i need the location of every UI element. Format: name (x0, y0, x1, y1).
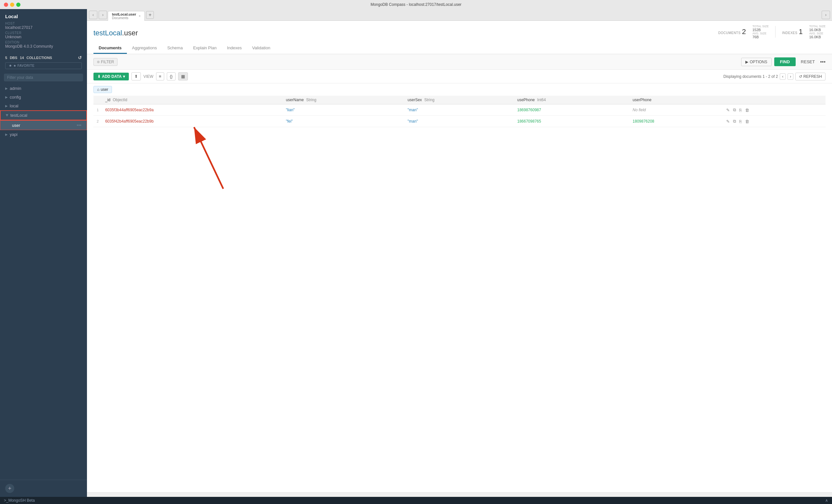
collection-name-label: user (124, 29, 138, 37)
table-row: 1 6035f3b44aff6905eac22b9a "lian" "man" … (94, 104, 826, 116)
row-2-usersex: "man" (404, 116, 514, 127)
new-tab-button[interactable]: + (146, 11, 154, 19)
favorite-star-icon: ★ (9, 63, 12, 68)
download-icon: ⬇ (97, 74, 101, 79)
sidebar-item-yapi[interactable]: ▶ yapi (0, 130, 87, 139)
close-button[interactable] (4, 3, 8, 7)
tab-indexes[interactable]: Indexes (222, 43, 247, 54)
row-num-header (94, 96, 102, 104)
tab-bar: ‹ › testLocal.user Documents × + › (87, 9, 832, 21)
indexes-sizes: TOTAL SIZE 16.0KB AVG. SIZE 16.0KB (809, 25, 826, 39)
add-data-label: ADD DATA (102, 74, 122, 79)
titlebar: MongoDB Compass - localhost:27017/testLo… (0, 0, 832, 9)
view-list-button[interactable]: ≡ (156, 72, 164, 80)
view-table-button[interactable]: ▦ (178, 72, 188, 80)
collection-options-icon[interactable]: ••• (77, 123, 81, 128)
tab-validation[interactable]: Validation (247, 43, 276, 54)
refresh-button[interactable]: ↺ REFRESH (795, 73, 826, 80)
table-header: _id ObjectId userName String userSex Str… (94, 96, 826, 104)
add-connection-button[interactable]: + (5, 484, 14, 493)
add-data-button[interactable]: ⬇ ADD DATA ▾ (94, 73, 129, 80)
view-json-button[interactable]: {} (167, 72, 176, 80)
copy-row-1-button[interactable]: ⧉ (732, 107, 737, 113)
row-1-usephone: 18698760987 (514, 104, 629, 116)
tab-aggregations[interactable]: Aggregations (127, 43, 162, 54)
filter-dot-icon (97, 61, 100, 63)
sidebar-item-local[interactable]: ▶ local (0, 102, 87, 110)
filter-badge: FILTER (94, 58, 118, 66)
row-2-actions: ✎ ⧉ ⎘ 🗑 (722, 116, 826, 127)
sidebar-item-config[interactable]: ▶ config (0, 93, 87, 102)
edition-value: MongoDB 4.0.3 Community (5, 44, 82, 49)
active-tab[interactable]: testLocal.user Documents × (108, 11, 145, 21)
document-table: ⌂ user _id ObjectId (87, 83, 832, 492)
nav-forward-button[interactable]: › (822, 11, 830, 19)
sidebar-item-label: admin (10, 86, 21, 91)
refresh-icon[interactable]: ↺ (78, 55, 82, 60)
sidebar-item-testlocal[interactable]: ▶ testLocal (0, 110, 87, 120)
row-1-userphone: No field (629, 104, 722, 116)
minimize-button[interactable] (10, 3, 14, 7)
dropdown-arrow-icon: ▾ (123, 74, 125, 79)
row-1-id: 6035f3b44aff6905eac22b9a (102, 104, 283, 116)
clone-row-2-button[interactable]: ⎘ (738, 118, 743, 125)
indexes-stat: INDEXES 1 (782, 28, 803, 36)
arrow-annotation (94, 127, 826, 205)
delete-row-1-button[interactable]: 🗑 (744, 107, 750, 113)
userphone-column-header: userPhone (629, 96, 722, 104)
document-table-wrapper: ⌂ user _id ObjectId (87, 83, 832, 497)
copy-row-2-button[interactable]: ⧉ (732, 118, 737, 125)
data-table: _id ObjectId userName String userSex Str… (94, 96, 826, 127)
edit-row-1-button[interactable]: ✎ (725, 107, 731, 113)
sidebar-search-input[interactable] (4, 74, 83, 81)
horizontal-scrollbar[interactable] (87, 492, 832, 497)
sidebar-dbs-bar: 5 DBS 14 COLLECTIONS ↺ (0, 53, 87, 62)
sidebar-meta: HOST localhost:27017 CLUSTER Unknown EDI… (0, 22, 87, 53)
forward-button[interactable]: › (99, 11, 107, 19)
tab-explain[interactable]: Explain Plan (188, 43, 222, 54)
cluster-value: Unknown (5, 35, 82, 39)
mongosh-collapse-icon[interactable]: ∧ (825, 498, 828, 503)
mongosh-bar[interactable]: >_MongoSH Beta ∧ (0, 497, 832, 504)
divider (775, 26, 776, 37)
tab-schema[interactable]: Schema (162, 43, 188, 54)
dbs-label: DBS (10, 56, 17, 60)
id-column-header: _id ObjectId (102, 96, 283, 104)
sidebar-footer: + (0, 480, 87, 497)
clone-row-1-button[interactable]: ⎘ (738, 107, 743, 113)
sub-tabs: Documents Aggregations Schema Explain Pl… (94, 43, 826, 54)
sidebar-item-user[interactable]: user ••• (0, 120, 87, 130)
database-list: ▶ admin ▶ config ▶ local ▶ testLocal use… (0, 84, 87, 480)
find-button[interactable]: FIND (774, 57, 796, 66)
collection-title: testLocal.user (94, 29, 718, 37)
indexes-total-size-label: TOTAL SIZE (809, 25, 826, 28)
options-button[interactable]: ▶ OPTIONS (741, 58, 771, 66)
edit-row-2-button[interactable]: ✎ (725, 118, 731, 125)
chevron-right-icon: ▶ (5, 104, 8, 108)
maximize-button[interactable] (16, 3, 21, 7)
favorite-button[interactable]: ★ ★ FAVORITE (5, 62, 82, 69)
dbs-count: 5 (5, 56, 7, 60)
tab-documents[interactable]: Documents (94, 43, 127, 54)
export-button[interactable]: ⬆ (131, 72, 141, 80)
more-options-button[interactable]: ••• (820, 59, 826, 65)
sidebar-item-label: config (10, 95, 21, 100)
tab-subtitle: Documents (112, 16, 136, 20)
total-size-value: 152B (753, 28, 769, 32)
collection-badge: ⌂ user (94, 86, 112, 93)
usersex-column-header: userSex String (404, 96, 514, 104)
next-page-button[interactable]: › (787, 73, 794, 80)
tab-title: testLocal.user (112, 12, 136, 16)
pagination-text: Displaying documents 1 - 2 of 2 (723, 74, 778, 79)
sidebar-item-admin[interactable]: ▶ admin (0, 84, 87, 93)
row-1-username: "lian" (283, 104, 404, 116)
tab-close-button[interactable]: × (139, 14, 141, 18)
delete-row-2-button[interactable]: 🗑 (744, 118, 750, 125)
total-size-label: TOTAL SIZE (753, 25, 769, 28)
host-label: HOST (5, 22, 82, 25)
usephone-column-header: usePhone Int64 (514, 96, 629, 104)
back-button[interactable]: ‹ (89, 11, 97, 19)
prev-page-button[interactable]: ‹ (780, 73, 786, 80)
chevron-right-icon: ▶ (5, 87, 8, 90)
reset-button[interactable]: RESET (798, 58, 817, 66)
